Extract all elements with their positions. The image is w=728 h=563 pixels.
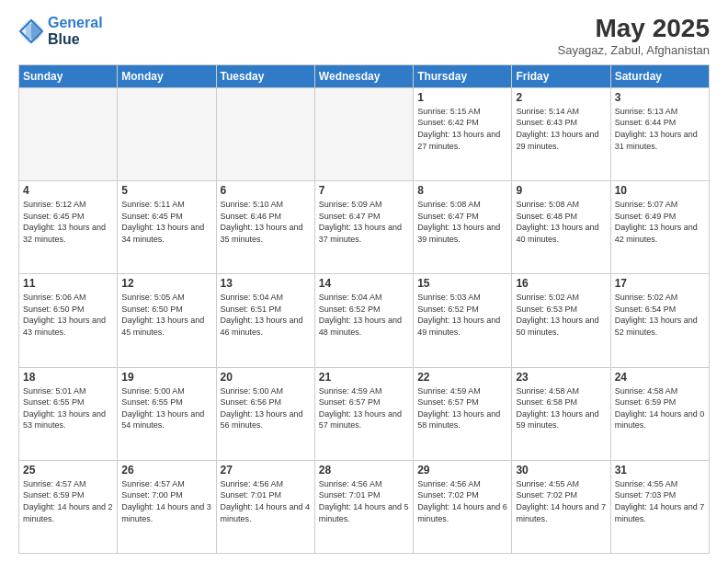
day-number: 11 (23, 277, 113, 290)
day-info: Sunrise: 5:04 AM Sunset: 6:51 PM Dayligh… (221, 292, 311, 338)
day-info: Sunrise: 5:03 AM Sunset: 6:52 PM Dayligh… (417, 292, 507, 338)
day-cell: 24Sunrise: 4:58 AM Sunset: 6:59 PM Dayli… (610, 367, 709, 460)
day-info: Sunrise: 4:56 AM Sunset: 7:01 PM Dayligh… (319, 478, 409, 524)
day-cell: 8Sunrise: 5:08 AM Sunset: 6:47 PM Daylig… (414, 181, 512, 274)
day-info: Sunrise: 4:55 AM Sunset: 7:03 PM Dayligh… (615, 478, 705, 524)
day-number: 12 (121, 277, 211, 290)
day-info: Sunrise: 5:02 AM Sunset: 6:54 PM Dayligh… (615, 292, 705, 338)
day-cell: 16Sunrise: 5:02 AM Sunset: 6:53 PM Dayli… (512, 274, 610, 367)
day-info: Sunrise: 4:58 AM Sunset: 6:59 PM Dayligh… (615, 385, 705, 431)
day-cell: 10Sunrise: 5:07 AM Sunset: 6:49 PM Dayli… (610, 181, 709, 274)
day-cell: 29Sunrise: 4:56 AM Sunset: 7:02 PM Dayli… (414, 460, 512, 553)
day-info: Sunrise: 5:08 AM Sunset: 6:48 PM Dayligh… (516, 199, 606, 245)
day-number: 29 (417, 464, 507, 477)
day-cell: 9Sunrise: 5:08 AM Sunset: 6:48 PM Daylig… (512, 181, 610, 274)
weekday-header-monday: Monday (118, 64, 216, 87)
day-number: 3 (615, 91, 705, 104)
day-cell: 6Sunrise: 5:10 AM Sunset: 6:46 PM Daylig… (216, 181, 314, 274)
day-number: 10 (615, 184, 705, 197)
day-number: 22 (417, 371, 507, 384)
page-header: General Blue May 2025 Sayagaz, Zabul, Af… (18, 15, 710, 57)
day-number: 17 (615, 277, 705, 290)
day-number: 28 (319, 464, 409, 477)
day-number: 15 (417, 277, 507, 290)
day-cell: 17Sunrise: 5:02 AM Sunset: 6:54 PM Dayli… (610, 274, 709, 367)
day-info: Sunrise: 4:59 AM Sunset: 6:57 PM Dayligh… (319, 385, 409, 431)
day-info: Sunrise: 5:00 AM Sunset: 6:55 PM Dayligh… (121, 385, 211, 431)
day-number: 27 (221, 464, 311, 477)
weekday-header-tuesday: Tuesday (216, 64, 314, 87)
day-cell: 2Sunrise: 5:14 AM Sunset: 6:43 PM Daylig… (512, 87, 610, 180)
week-row-3: 11Sunrise: 5:06 AM Sunset: 6:50 PM Dayli… (19, 274, 710, 367)
day-number: 8 (417, 184, 507, 197)
weekday-header-saturday: Saturday (610, 64, 709, 87)
day-cell: 28Sunrise: 4:56 AM Sunset: 7:01 PM Dayli… (314, 460, 413, 553)
day-cell: 14Sunrise: 5:04 AM Sunset: 6:52 PM Dayli… (314, 274, 413, 367)
day-info: Sunrise: 4:57 AM Sunset: 7:00 PM Dayligh… (121, 478, 211, 524)
day-number: 18 (23, 371, 113, 384)
day-info: Sunrise: 5:10 AM Sunset: 6:46 PM Dayligh… (221, 199, 311, 245)
day-cell: 12Sunrise: 5:05 AM Sunset: 6:50 PM Dayli… (118, 274, 216, 367)
week-row-2: 4Sunrise: 5:12 AM Sunset: 6:45 PM Daylig… (19, 181, 710, 274)
day-cell (19, 87, 118, 180)
day-cell: 4Sunrise: 5:12 AM Sunset: 6:45 PM Daylig… (19, 181, 118, 274)
day-cell (216, 87, 314, 180)
day-info: Sunrise: 5:08 AM Sunset: 6:47 PM Dayligh… (417, 199, 507, 245)
day-info: Sunrise: 5:01 AM Sunset: 6:55 PM Dayligh… (23, 385, 113, 431)
day-cell: 7Sunrise: 5:09 AM Sunset: 6:47 PM Daylig… (314, 181, 413, 274)
day-cell: 30Sunrise: 4:55 AM Sunset: 7:02 PM Dayli… (512, 460, 610, 553)
day-number: 31 (615, 464, 705, 477)
day-cell: 25Sunrise: 4:57 AM Sunset: 6:59 PM Dayli… (19, 460, 118, 553)
day-cell: 3Sunrise: 5:13 AM Sunset: 6:44 PM Daylig… (610, 87, 709, 180)
day-number: 6 (221, 184, 311, 197)
day-number: 16 (516, 277, 606, 290)
day-info: Sunrise: 5:00 AM Sunset: 6:56 PM Dayligh… (221, 385, 311, 431)
day-cell: 20Sunrise: 5:00 AM Sunset: 6:56 PM Dayli… (216, 367, 314, 460)
day-cell: 19Sunrise: 5:00 AM Sunset: 6:55 PM Dayli… (118, 367, 216, 460)
day-info: Sunrise: 4:59 AM Sunset: 6:57 PM Dayligh… (417, 385, 507, 431)
day-number: 9 (516, 184, 606, 197)
day-info: Sunrise: 5:13 AM Sunset: 6:44 PM Dayligh… (615, 106, 705, 152)
week-row-5: 25Sunrise: 4:57 AM Sunset: 6:59 PM Dayli… (19, 460, 710, 553)
day-number: 20 (221, 371, 311, 384)
title-block: May 2025 Sayagaz, Zabul, Afghanistan (557, 15, 710, 57)
calendar-table: SundayMondayTuesdayWednesdayThursdayFrid… (18, 64, 710, 554)
month-title: May 2025 (557, 15, 710, 43)
calendar-page: General Blue May 2025 Sayagaz, Zabul, Af… (0, 0, 728, 563)
day-number: 4 (23, 184, 113, 197)
logo-text: General Blue (48, 15, 103, 48)
day-cell: 15Sunrise: 5:03 AM Sunset: 6:52 PM Dayli… (414, 274, 512, 367)
weekday-header-friday: Friday (512, 64, 610, 87)
weekday-header-row: SundayMondayTuesdayWednesdayThursdayFrid… (19, 64, 710, 87)
day-info: Sunrise: 5:04 AM Sunset: 6:52 PM Dayligh… (319, 292, 409, 338)
day-cell: 5Sunrise: 5:11 AM Sunset: 6:45 PM Daylig… (118, 181, 216, 274)
day-cell: 27Sunrise: 4:56 AM Sunset: 7:01 PM Dayli… (216, 460, 314, 553)
day-cell: 31Sunrise: 4:55 AM Sunset: 7:03 PM Dayli… (610, 460, 709, 553)
day-cell (314, 87, 413, 180)
weekday-header-sunday: Sunday (19, 64, 118, 87)
day-cell: 1Sunrise: 5:15 AM Sunset: 6:42 PM Daylig… (414, 87, 512, 180)
day-info: Sunrise: 5:12 AM Sunset: 6:45 PM Dayligh… (23, 199, 113, 245)
day-number: 30 (516, 464, 606, 477)
day-cell: 22Sunrise: 4:59 AM Sunset: 6:57 PM Dayli… (414, 367, 512, 460)
day-info: Sunrise: 5:14 AM Sunset: 6:43 PM Dayligh… (516, 106, 606, 152)
day-number: 13 (221, 277, 311, 290)
day-number: 23 (516, 371, 606, 384)
day-cell: 13Sunrise: 5:04 AM Sunset: 6:51 PM Dayli… (216, 274, 314, 367)
day-info: Sunrise: 4:55 AM Sunset: 7:02 PM Dayligh… (516, 478, 606, 524)
day-info: Sunrise: 5:02 AM Sunset: 6:53 PM Dayligh… (516, 292, 606, 338)
day-info: Sunrise: 5:11 AM Sunset: 6:45 PM Dayligh… (121, 199, 211, 245)
day-number: 5 (121, 184, 211, 197)
day-info: Sunrise: 4:56 AM Sunset: 7:02 PM Dayligh… (417, 478, 507, 524)
day-cell: 26Sunrise: 4:57 AM Sunset: 7:00 PM Dayli… (118, 460, 216, 553)
day-number: 14 (319, 277, 409, 290)
day-number: 7 (319, 184, 409, 197)
logo: General Blue (18, 15, 103, 48)
day-info: Sunrise: 5:06 AM Sunset: 6:50 PM Dayligh… (23, 292, 113, 338)
day-number: 26 (121, 464, 211, 477)
day-number: 25 (23, 464, 113, 477)
day-info: Sunrise: 5:07 AM Sunset: 6:49 PM Dayligh… (615, 199, 705, 245)
day-info: Sunrise: 4:56 AM Sunset: 7:01 PM Dayligh… (221, 478, 311, 524)
day-number: 21 (319, 371, 409, 384)
weekday-header-thursday: Thursday (414, 64, 512, 87)
